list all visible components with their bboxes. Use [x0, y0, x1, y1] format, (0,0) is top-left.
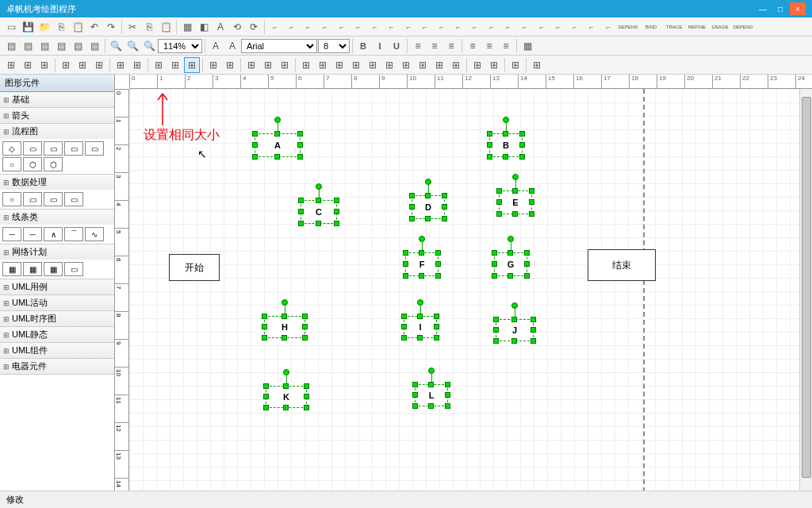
- category-0[interactable]: 基础: [0, 92, 114, 107]
- shape-oval[interactable]: ○: [2, 192, 21, 206]
- shape-parallelogram[interactable]: ▭: [64, 141, 83, 156]
- font-bg-button[interactable]: A: [224, 38, 240, 54]
- node-D[interactable]: D: [412, 195, 445, 219]
- shape-grid3[interactable]: ▦: [44, 262, 63, 276]
- new-button[interactable]: ▭: [3, 19, 19, 35]
- zoom-in-button[interactable]: 🔍: [108, 38, 124, 54]
- category-9[interactable]: UML静态: [0, 327, 114, 342]
- category-4[interactable]: 线条类: [0, 210, 114, 225]
- same-height-button[interactable]: ⊞: [167, 57, 183, 73]
- font-color-button[interactable]: A: [208, 38, 224, 54]
- undo-button[interactable]: ↶: [86, 19, 102, 35]
- connector-box-line-button[interactable]: ⌐: [584, 19, 599, 35]
- maximize-button[interactable]: □: [772, 2, 788, 15]
- copy2-button[interactable]: ⎘: [141, 19, 157, 35]
- connector-arrow-right-button[interactable]: ⌐: [417, 19, 433, 35]
- connector-line-stepped-button[interactable]: ⌐: [267, 19, 283, 35]
- align-bottom-button[interactable]: ▤: [86, 38, 102, 54]
- shape-grid1[interactable]: ▦: [2, 262, 21, 276]
- shape-rect2[interactable]: ▭: [85, 141, 104, 156]
- node-结束[interactable]: 结束: [588, 249, 656, 281]
- cut-button[interactable]: ✂: [124, 19, 140, 35]
- connector-double3-button[interactable]: ⌐: [550, 19, 566, 35]
- label-REFINE-button[interactable]: REFINE: [686, 19, 708, 35]
- connector-msg3-button[interactable]: ⌐: [484, 19, 500, 35]
- style-U-button[interactable]: U: [389, 38, 404, 54]
- connector-step-vert2-button[interactable]: ⌐: [317, 19, 333, 35]
- shape-rect-step[interactable]: ▭: [64, 192, 83, 206]
- connector-diamond-line-button[interactable]: ⌐: [600, 19, 616, 35]
- category-1[interactable]: 箭头: [0, 108, 114, 123]
- connector-wave-button[interactable]: ⌐: [334, 19, 350, 35]
- align-center-h-button[interactable]: ⊞: [20, 57, 36, 73]
- shape-marks[interactable]: ▭: [64, 262, 83, 276]
- align-center-button[interactable]: ▤: [20, 38, 36, 54]
- style-B-button[interactable]: B: [355, 38, 371, 54]
- zoom-actual-button[interactable]: 🔍: [141, 38, 157, 54]
- shape-cylinder[interactable]: ⬡: [23, 157, 42, 171]
- node-A[interactable]: A: [255, 133, 301, 157]
- shape-arc[interactable]: ⌒: [64, 227, 83, 241]
- node-B[interactable]: B: [489, 133, 523, 157]
- paste2-button[interactable]: 📋: [158, 19, 174, 35]
- shape-cylinder2[interactable]: ⬡: [44, 157, 63, 171]
- shape-rect[interactable]: ▭: [23, 141, 42, 156]
- align-bottom-edge-button[interactable]: ⊞: [91, 57, 107, 73]
- label-TRACE-button[interactable]: TRACE: [663, 19, 685, 35]
- open-button[interactable]: 📁: [36, 19, 52, 35]
- scrollbar-vertical[interactable]: [799, 89, 812, 508]
- same-size-highlight-button[interactable]: ⊞: [184, 57, 200, 73]
- dist-v-button[interactable]: ⊞: [129, 57, 145, 73]
- shape-wave[interactable]: ∿: [85, 227, 104, 241]
- paste-button[interactable]: 📋: [70, 19, 86, 35]
- shape-rect-open[interactable]: ▭: [44, 192, 63, 206]
- category-5[interactable]: 网络计划: [0, 244, 114, 260]
- label-BIND-button[interactable]: BIND: [640, 19, 662, 35]
- copy-button[interactable]: ⎘: [53, 19, 69, 35]
- node-F[interactable]: F: [405, 252, 439, 276]
- node-开始[interactable]: 开始: [169, 254, 220, 281]
- arr-left-button[interactable]: ⊞: [298, 57, 314, 73]
- connector-double1-button[interactable]: ⌐: [517, 19, 533, 35]
- shape-line2[interactable]: ─: [23, 227, 42, 241]
- node-E[interactable]: E: [499, 190, 532, 214]
- shape-round-rect[interactable]: ▭: [44, 141, 63, 156]
- category-8[interactable]: UML时序图: [0, 311, 114, 326]
- minimize-button[interactable]: —: [755, 2, 771, 15]
- arr-right-button[interactable]: ⊞: [315, 57, 331, 73]
- category-11[interactable]: 电器元件: [0, 359, 114, 374]
- bold-box-button[interactable]: ▦: [179, 19, 195, 35]
- valign-m-button[interactable]: ≡: [481, 38, 497, 54]
- shape-zigzag[interactable]: ∧: [44, 227, 63, 241]
- arr-solid-d-button[interactable]: ⊞: [415, 57, 431, 73]
- rotate-right-button[interactable]: ⟳: [246, 19, 262, 35]
- align-left-button[interactable]: ▤: [3, 38, 19, 54]
- valign-b-button[interactable]: ≡: [498, 38, 514, 54]
- node-I[interactable]: I: [404, 316, 437, 338]
- node-J[interactable]: J: [496, 319, 534, 341]
- label-DEPEND-button[interactable]: DEPEND: [617, 19, 639, 35]
- node-H[interactable]: H: [264, 316, 305, 338]
- grid-button[interactable]: ▦: [519, 38, 535, 54]
- align-right-edge-button[interactable]: ⊞: [36, 57, 52, 73]
- label-USAGE-button[interactable]: USAGE: [709, 19, 731, 35]
- connector-wave2-button[interactable]: ⌐: [350, 19, 366, 35]
- category-10[interactable]: UML组件: [0, 343, 114, 358]
- category-2[interactable]: 流程图: [0, 124, 114, 139]
- more3-button[interactable]: ⊞: [277, 57, 293, 73]
- node-G[interactable]: G: [494, 252, 527, 276]
- more1-button[interactable]: ⊞: [243, 57, 259, 73]
- node-L[interactable]: L: [415, 384, 448, 406]
- zoom-select[interactable]: 114%: [158, 39, 202, 53]
- align-l-button[interactable]: ≡: [410, 38, 426, 54]
- arr-up-button[interactable]: ⊞: [331, 57, 347, 73]
- spacing-h-button[interactable]: ⊞: [205, 57, 221, 73]
- line-solid-button[interactable]: ⊞: [469, 57, 485, 73]
- text-button[interactable]: A: [213, 19, 228, 35]
- arr-down-button[interactable]: ⊞: [348, 57, 364, 73]
- connector-line-stepped2-button[interactable]: ⌐: [284, 19, 300, 35]
- shape-rect[interactable]: ▭: [23, 192, 42, 206]
- connector-arrow-bidir-button[interactable]: ⌐: [400, 19, 416, 35]
- connector-arrow-right2-button[interactable]: ⌐: [434, 19, 450, 35]
- align-center-v-button[interactable]: ⊞: [75, 57, 90, 73]
